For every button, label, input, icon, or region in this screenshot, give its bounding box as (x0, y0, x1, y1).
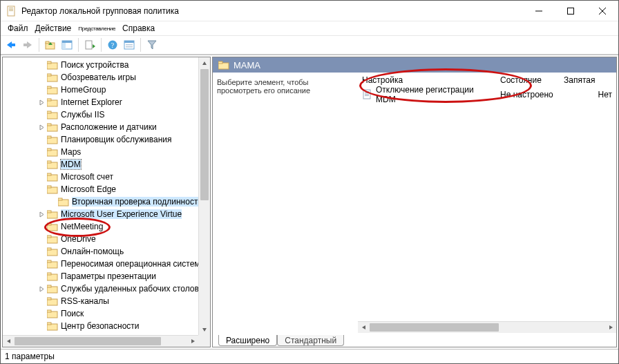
tree-item-label: Internet Explorer (61, 97, 122, 107)
properties-button[interactable] (122, 37, 137, 52)
tree-item[interactable]: Поиск устройства (3, 59, 198, 71)
tree-item-label: Переносимая операционная система (61, 259, 198, 269)
folder-icon (58, 197, 69, 207)
folder-icon (47, 209, 58, 219)
expand-icon[interactable] (37, 285, 46, 293)
scroll-right-arrow[interactable] (604, 322, 616, 333)
folder-icon (47, 271, 58, 281)
tree-item[interactable]: Internet Explorer (3, 96, 198, 108)
help-button[interactable]: ? (105, 37, 120, 52)
close-button[interactable] (587, 1, 618, 21)
folder-icon (47, 234, 58, 244)
hscroll-thumb[interactable] (15, 337, 161, 345)
hscroll-thumb[interactable] (370, 323, 499, 332)
content-area: Поиск устройстваОбозреватель игрыHomeGro… (1, 55, 618, 349)
separator (140, 38, 141, 52)
tree-item-label: Планировщик обслуживания (61, 135, 172, 144)
scroll-left-arrow[interactable] (358, 322, 370, 333)
svg-rect-17 (62, 43, 66, 49)
filter-button[interactable] (144, 37, 160, 52)
scroll-up-arrow[interactable] (199, 57, 210, 69)
tree-item-label: Поиск (61, 309, 84, 318)
scroll-right-arrow[interactable] (187, 336, 198, 347)
list-row[interactable]: Отключение регистрации MDMНе настроеноНе… (358, 88, 616, 102)
maximize-button[interactable] (555, 1, 587, 21)
tree-vertical-scrollbar[interactable] (198, 57, 210, 335)
folder-icon (47, 321, 58, 331)
export-button[interactable] (82, 37, 97, 52)
cell-state: Не настроено (496, 90, 560, 99)
tree-item[interactable]: HomeGroup (3, 84, 198, 96)
svg-marker-77 (7, 339, 10, 343)
svg-rect-74 (47, 323, 51, 325)
tree-item[interactable]: Microsoft Edge (3, 183, 198, 195)
folder-icon (47, 97, 58, 107)
tree-item[interactable]: RSS-каналы (3, 295, 198, 307)
tab-extended[interactable]: Расширено (218, 335, 277, 346)
tree-item[interactable]: Планировщик обслуживания (3, 133, 198, 146)
tree-item[interactable]: Онлайн-помощь (3, 245, 198, 258)
svg-rect-30 (47, 74, 51, 76)
svg-rect-11 (23, 44, 28, 46)
tree-item[interactable]: OneDrive (3, 233, 198, 245)
expand-icon[interactable] (37, 123, 46, 131)
tree-scroll-area[interactable]: Поиск устройстваОбозреватель игрыHomeGro… (3, 57, 198, 335)
menu-help[interactable]: Справка (120, 23, 158, 33)
tree-item[interactable]: Службы IIS (3, 108, 198, 121)
tree-item[interactable]: Microsoft счет (3, 171, 198, 183)
scroll-down-arrow[interactable] (199, 323, 210, 335)
svg-rect-83 (365, 93, 369, 93)
tree-item[interactable]: Microsoft User Experience Virtue (3, 208, 198, 220)
titlebar: Редактор локальной групповая политика (1, 1, 618, 21)
menu-view[interactable]: Представление (75, 26, 118, 32)
svg-rect-42 (47, 136, 51, 138)
back-button[interactable] (3, 37, 19, 52)
scroll-thumb[interactable] (200, 69, 209, 200)
tree-item[interactable]: NetMeeting (3, 220, 198, 233)
tree-item[interactable]: Обозреватель игры (3, 71, 198, 84)
forward-button[interactable] (20, 37, 35, 52)
view-tabs: Расширено Стандартный (213, 333, 616, 347)
expand-icon[interactable] (37, 210, 46, 218)
svg-rect-18 (86, 41, 92, 49)
tree-item-label: HomeGroup (61, 85, 106, 95)
tree-item[interactable]: Вторичная проверка подлинности (3, 195, 198, 208)
tree-item[interactable]: Maps (3, 146, 198, 158)
tree-item[interactable]: Расположение и датчики (3, 121, 198, 133)
svg-rect-80 (218, 61, 222, 64)
menu-action[interactable]: Действие (32, 23, 75, 33)
tree-item[interactable]: Поиск (3, 307, 198, 320)
minimize-button[interactable] (523, 1, 555, 21)
up-folder-button[interactable] (43, 37, 58, 52)
separator (101, 38, 102, 52)
svg-marker-75 (202, 61, 207, 65)
details-header: МАМА (213, 57, 616, 73)
tree-item[interactable]: Параметры презентации (3, 270, 198, 282)
scroll-left-arrow[interactable] (3, 336, 15, 347)
svg-text:?: ? (111, 41, 115, 49)
menu-file[interactable]: Файл (5, 23, 31, 33)
tree-item[interactable]: Центр безопасности (3, 320, 198, 332)
col-state[interactable]: Состояние (496, 73, 560, 88)
tab-standard[interactable]: Стандартный (277, 335, 344, 346)
svg-rect-65 (47, 273, 51, 275)
details-horizontal-scrollbar[interactable] (358, 321, 616, 333)
cell-setting: Отключение регистрации MDM (376, 85, 492, 104)
tree-item[interactable]: MDM (3, 158, 198, 171)
tree-item[interactable]: Службы удаленных рабочих столов (3, 282, 198, 295)
svg-rect-82 (365, 91, 369, 92)
folder-icon (47, 184, 58, 194)
svg-rect-2 (9, 9, 13, 10)
svg-rect-13 (46, 41, 49, 44)
tree-horizontal-scrollbar[interactable] (3, 335, 198, 347)
svg-rect-50 (47, 186, 51, 188)
tree-item-label: Microsoft счет (61, 172, 113, 182)
show-hide-tree-button[interactable] (59, 37, 75, 52)
svg-rect-68 (47, 285, 51, 287)
svg-rect-40 (47, 124, 51, 126)
expand-icon[interactable] (37, 98, 46, 106)
folder-icon (47, 85, 58, 95)
col-comment[interactable]: Запятая (560, 73, 616, 88)
tree-item[interactable]: Переносимая операционная система (3, 258, 198, 270)
tree-item-label: Microsoft User Experience Virtue (61, 209, 182, 219)
